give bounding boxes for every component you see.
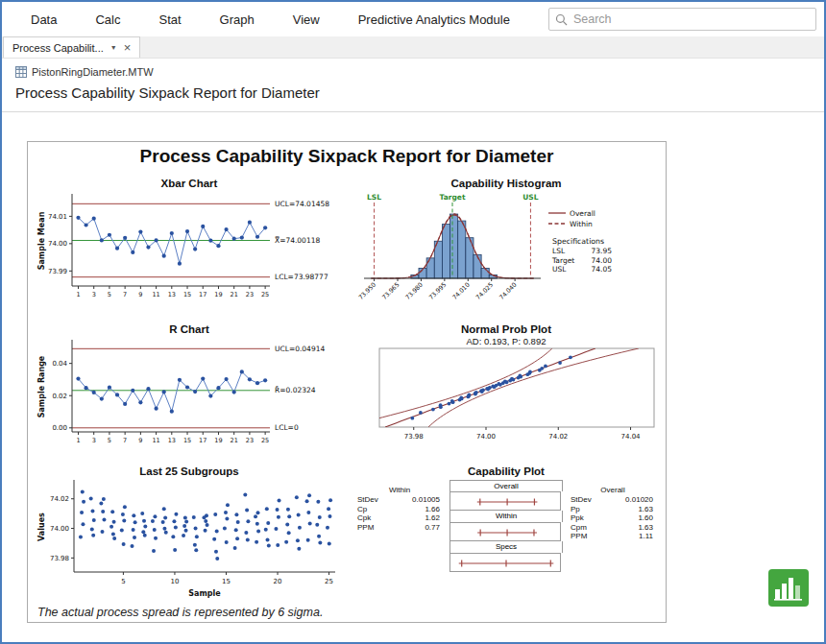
svg-text:0.04: 0.04: [52, 360, 67, 368]
capability-plot[interactable]: Capability Plot WithinStDev0.01005Cp1.66…: [351, 465, 662, 608]
xbar-plot: UCL=74.01458X̿=74.00118LCL=73.9877774.01…: [34, 190, 345, 301]
histogram-svg: LSLTargetUSL73.95073.96573.98073.99574.0…: [351, 190, 662, 317]
chart-title: Last 25 Subgroups: [34, 465, 345, 478]
menu-item-data[interactable]: Data: [31, 12, 57, 27]
svg-text:LSL: LSL: [367, 193, 381, 202]
report-footnote: The actual process spread is represented…: [37, 606, 323, 619]
svg-text:73.98: 73.98: [404, 433, 424, 441]
chart-title: Xbar Chart: [34, 177, 345, 190]
chevron-down-icon[interactable]: ▼: [110, 44, 117, 51]
svg-text:74.00: 74.00: [50, 525, 69, 533]
content-area: PistonRingDiameter.MTW Process Capabilit…: [2, 59, 824, 642]
svg-text:3: 3: [92, 291, 96, 298]
svg-text:Sample Range: Sample Range: [37, 355, 46, 417]
svg-text:1: 1: [76, 437, 80, 444]
svg-text:13: 13: [168, 291, 176, 298]
menu-item-calc[interactable]: Calc: [95, 12, 120, 27]
menu-item-predictive-analytics[interactable]: Predictive Analytics Module: [358, 12, 510, 27]
search-box[interactable]: [548, 8, 816, 31]
svg-text:9: 9: [138, 437, 142, 444]
normal-prob-plot[interactable]: Normal Prob Plot AD: 0.193, P: 0.892 73.…: [351, 322, 662, 463]
svg-text:USL: USL: [552, 265, 567, 274]
worksheet-icon: [15, 66, 27, 78]
separator: [2, 111, 824, 112]
menu-item-graph[interactable]: Graph: [220, 12, 255, 27]
svg-text:5: 5: [108, 437, 111, 444]
chart-title: R Chart: [34, 322, 345, 336]
menu-item-stat[interactable]: Stat: [158, 12, 181, 27]
worksheet-name[interactable]: PistonRingDiameter.MTW: [32, 66, 154, 78]
last-25-subgroups-chart[interactable]: Last 25 Subgroups 74.0274.0073.985101520…: [34, 465, 345, 608]
svg-text:74.05: 74.05: [592, 265, 613, 274]
prob-plot-canvas: 73.9874.0074.0274.04: [351, 346, 662, 456]
overall-stats: OverallStDev0.01020Pp1.63Ppk1.60Cpm1.63P…: [569, 480, 657, 572]
chart-title: Capability Histogram: [351, 177, 662, 190]
svg-text:74.02: 74.02: [50, 495, 69, 503]
tab-process-capability[interactable]: Process Capabilit... ▼ ×: [3, 36, 140, 58]
svg-text:23: 23: [246, 291, 254, 298]
xbar-chart-canvas: UCL=74.01458X̿=74.00118LCL=73.9877774.01…: [34, 190, 345, 305]
svg-text:Within: Within: [570, 220, 593, 228]
probplot-svg: 73.9874.0074.0274.04: [351, 346, 662, 452]
graph-badge-icon[interactable]: [768, 569, 809, 607]
svg-text:Specifications: Specifications: [552, 237, 604, 246]
svg-text:73.99: 73.99: [48, 268, 67, 275]
svg-text:LCL=0: LCL=0: [275, 423, 299, 432]
document-heading: Process Capability Sixpack Report for Di…: [2, 78, 824, 101]
svg-text:11: 11: [152, 291, 159, 298]
svg-text:10: 10: [170, 578, 179, 585]
svg-text:Values: Values: [37, 513, 46, 541]
svg-text:7: 7: [123, 291, 127, 298]
svg-text:5: 5: [121, 578, 125, 585]
svg-text:74.00: 74.00: [476, 433, 496, 441]
svg-text:3: 3: [92, 437, 96, 444]
xbar-chart[interactable]: Xbar Chart UCL=74.01458X̿=74.00118LCL=73…: [34, 177, 345, 317]
svg-text:5: 5: [108, 291, 111, 298]
report-title: Process Capability Sixpack Report for Di…: [28, 146, 666, 167]
search-icon: [555, 13, 568, 26]
svg-text:19: 19: [214, 291, 222, 298]
last25-canvas: 74.0274.0073.98510152025SampleValues: [34, 478, 345, 610]
svg-text:Sample: Sample: [188, 589, 221, 598]
svg-text:UCL=0.04914: UCL=0.04914: [275, 345, 325, 353]
svg-text:19: 19: [214, 437, 222, 444]
svg-text:Target: Target: [551, 256, 574, 265]
report-panel: Process Capability Sixpack Report for Di…: [27, 141, 667, 623]
svg-text:74.025: 74.025: [474, 281, 495, 301]
interval-plot: OverallWithinSpecs: [449, 480, 563, 572]
menu-item-view[interactable]: View: [293, 12, 320, 27]
svg-text:74.04: 74.04: [621, 433, 642, 441]
tab-bar: Process Capabilit... ▼ ×: [2, 36, 824, 59]
svg-text:Target: Target: [440, 193, 466, 202]
search-input[interactable]: [573, 12, 810, 26]
svg-text:15: 15: [183, 291, 191, 298]
svg-text:74.00: 74.00: [592, 256, 613, 265]
chart-title: Capability Plot: [351, 465, 662, 478]
close-icon[interactable]: ×: [124, 41, 132, 54]
svg-text:7: 7: [123, 437, 127, 444]
svg-text:9: 9: [138, 291, 142, 298]
r-chart[interactable]: R Chart UCL=0.04914R̄=0.02324LCL=00.040.…: [34, 322, 345, 463]
svg-text:73.98: 73.98: [50, 555, 69, 562]
last25-svg: 74.0274.0073.98510152025SampleValues: [34, 478, 345, 607]
svg-text:Sample Mean: Sample Mean: [37, 211, 46, 270]
r-chart-canvas: UCL=0.04914R̄=0.02324LCL=00.040.020.0013…: [34, 336, 345, 451]
svg-text:74.00: 74.00: [48, 240, 67, 248]
svg-text:74.01: 74.01: [48, 213, 67, 221]
svg-text:Overall: Overall: [570, 209, 595, 218]
capability-histogram[interactable]: Capability Histogram LSLTargetUSL73.9507…: [351, 177, 662, 317]
chart-title: Normal Prob Plot: [351, 322, 662, 336]
svg-text:73.95: 73.95: [592, 247, 613, 255]
svg-text:21: 21: [231, 291, 238, 298]
rchart-plot: UCL=0.04914R̄=0.02324LCL=00.040.020.0013…: [34, 336, 345, 447]
svg-text:20: 20: [274, 578, 282, 585]
svg-text:11: 11: [152, 437, 159, 444]
svg-text:23: 23: [246, 437, 254, 444]
svg-text:LCL=73.98777: LCL=73.98777: [275, 273, 328, 281]
svg-text:17: 17: [199, 291, 206, 298]
within-stats: WithinStDev0.01005Cp1.66Cpk1.62PPM0.77: [355, 480, 444, 572]
svg-text:15: 15: [183, 437, 191, 444]
svg-text:25: 25: [261, 437, 269, 444]
svg-text:UCL=74.01458: UCL=74.01458: [275, 200, 329, 208]
svg-text:73.950: 73.950: [357, 281, 377, 301]
